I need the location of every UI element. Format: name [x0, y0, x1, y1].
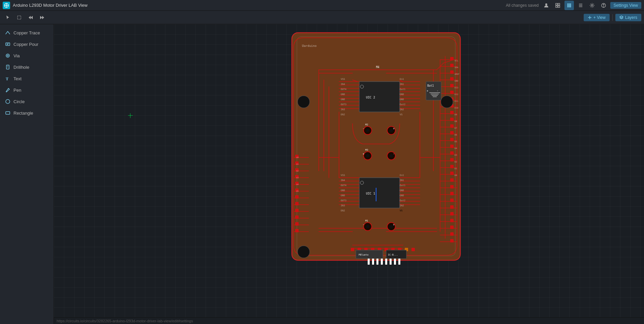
window-title: Arduino L293D Motor Driver LAB View: [13, 3, 88, 8]
svg-rect-145: [450, 64, 454, 67]
sidebar-item-rectangle[interactable]: Rectangle: [2, 108, 52, 118]
svg-rect-160: [450, 165, 454, 168]
svg-rect-289: [368, 259, 370, 265]
svg-rect-178: [295, 195, 299, 199]
svg-rect-147: [450, 77, 454, 81]
svg-text:Bat1: Bat1: [427, 84, 434, 87]
rewind-button[interactable]: [26, 12, 36, 23]
grid-icon[interactable]: [564, 1, 574, 10]
sidebar-item-rectangle-label: Rectangle: [13, 111, 33, 116]
svg-rect-152: [450, 111, 454, 114]
list-icon[interactable]: [576, 1, 585, 10]
svg-line-36: [8, 88, 9, 89]
svg-text:SDA: SDA: [455, 66, 458, 68]
sidebar-item-via-label: Via: [13, 53, 20, 58]
svg-point-216: [441, 96, 453, 108]
settings-view-button[interactable]: Settings View: [610, 2, 642, 9]
svg-text:+: +: [393, 127, 395, 130]
svg-text:Out2: Out2: [400, 103, 405, 106]
svg-rect-193: [411, 248, 415, 251]
svg-text:A0: A0: [296, 156, 299, 158]
svg-text:A3: A3: [296, 176, 299, 179]
sidebar-item-via[interactable]: Via: [2, 51, 52, 61]
svg-text:VSS: VSS: [341, 174, 345, 177]
help-icon[interactable]: [599, 1, 608, 10]
svg-text:D1: D1: [455, 167, 457, 170]
svg-point-3: [545, 3, 547, 5]
svg-text:-: -: [363, 127, 364, 130]
url-text: https://circuits.io/circuits/3282265-ard…: [57, 319, 193, 323]
svg-text:GND: GND: [400, 189, 404, 192]
svg-text:A4: A4: [296, 183, 299, 185]
svg-rect-144: [450, 57, 454, 60]
top-bar: Arduino L293D Motor Driver LAB View All …: [0, 0, 644, 11]
main-area: Copper Trace Copper Pour Via Drillhole T: [0, 24, 644, 324]
svg-rect-146: [450, 70, 454, 74]
svg-rect-157: [450, 145, 454, 148]
svg-text:En1: En1: [400, 174, 404, 177]
svg-text:D3: D3: [455, 154, 457, 156]
canvas-area[interactable]: Uarduino UIC 2 L293D UIC 1 L293D: [54, 24, 644, 324]
svg-rect-20: [18, 16, 21, 19]
svg-text:GND: GND: [400, 98, 404, 101]
svg-rect-165: [450, 199, 454, 202]
svg-rect-294: [390, 259, 392, 265]
sidebar-item-text[interactable]: T Text: [2, 73, 52, 84]
sidebar-item-copper-pour[interactable]: Copper Pour: [2, 39, 52, 49]
svg-text:IN4: IN4: [341, 179, 345, 182]
layout-icon[interactable]: [553, 1, 562, 10]
svg-rect-183: [295, 229, 299, 232]
svg-text:M1: M1: [365, 219, 368, 222]
sidebar-item-circle[interactable]: Circle: [2, 96, 52, 107]
frame-select-button[interactable]: [14, 12, 24, 23]
text-tool-icon: T: [5, 76, 11, 82]
svg-text:IN2: IN2: [400, 204, 404, 207]
svg-rect-164: [450, 192, 454, 195]
view-button[interactable]: + View: [584, 14, 610, 21]
svg-text:D8: D8: [455, 120, 457, 122]
app-icon: [3, 2, 10, 9]
svg-rect-290: [372, 259, 374, 265]
person-icon[interactable]: [542, 1, 551, 10]
svg-text:D11: D11: [455, 100, 458, 102]
svg-text:D7: D7: [455, 127, 457, 129]
fastforward-button[interactable]: [37, 12, 47, 23]
svg-rect-155: [450, 131, 454, 135]
view-label: + View: [593, 15, 606, 20]
svg-point-19: [603, 6, 604, 7]
svg-text:OUT4: OUT4: [341, 184, 346, 187]
layers-button[interactable]: Layers: [615, 14, 641, 21]
svg-text:VS: VS: [400, 209, 402, 212]
drillhole-icon: [5, 64, 11, 70]
svg-text:Out1: Out1: [400, 184, 405, 187]
svg-point-202: [366, 154, 369, 157]
sidebar-item-copper-trace[interactable]: Copper Trace: [2, 28, 52, 38]
pcb-container: Uarduino UIC 2 L293D UIC 1 L293D: [54, 24, 644, 324]
svg-point-195: [366, 129, 369, 132]
svg-rect-293: [385, 259, 387, 265]
svg-text:D4: D4: [455, 147, 457, 149]
svg-point-31: [7, 55, 8, 56]
copper-pour-icon: [5, 41, 11, 47]
select-tool-button[interactable]: [3, 12, 13, 23]
sidebar-item-drillhole[interactable]: Drillhole: [2, 62, 52, 72]
svg-text:A2: A2: [296, 170, 299, 172]
svg-text:Out2: Out2: [400, 199, 405, 202]
settings-icon[interactable]: [587, 1, 597, 10]
svg-rect-158: [450, 151, 454, 155]
toolbar2: + View Layers: [0, 11, 644, 24]
svg-rect-159: [450, 158, 454, 161]
left-sidebar: Copper Trace Copper Pour Via Drillhole T: [0, 24, 54, 324]
sidebar-item-circle-label: Circle: [13, 99, 25, 104]
svg-text:M4: M4: [376, 66, 379, 69]
svg-point-37: [6, 99, 10, 104]
rectangle-icon: [5, 110, 11, 116]
svg-rect-6: [556, 6, 557, 7]
svg-text:VS: VS: [400, 113, 402, 116]
pen-icon: [5, 87, 11, 93]
sidebar-item-pen[interactable]: Pen: [2, 85, 52, 95]
svg-text:-: -: [363, 223, 364, 226]
svg-text:OUT4: OUT4: [341, 88, 346, 91]
svg-text:PBlueto: PBlueto: [359, 254, 369, 256]
svg-text:IN1: IN1: [400, 179, 404, 182]
